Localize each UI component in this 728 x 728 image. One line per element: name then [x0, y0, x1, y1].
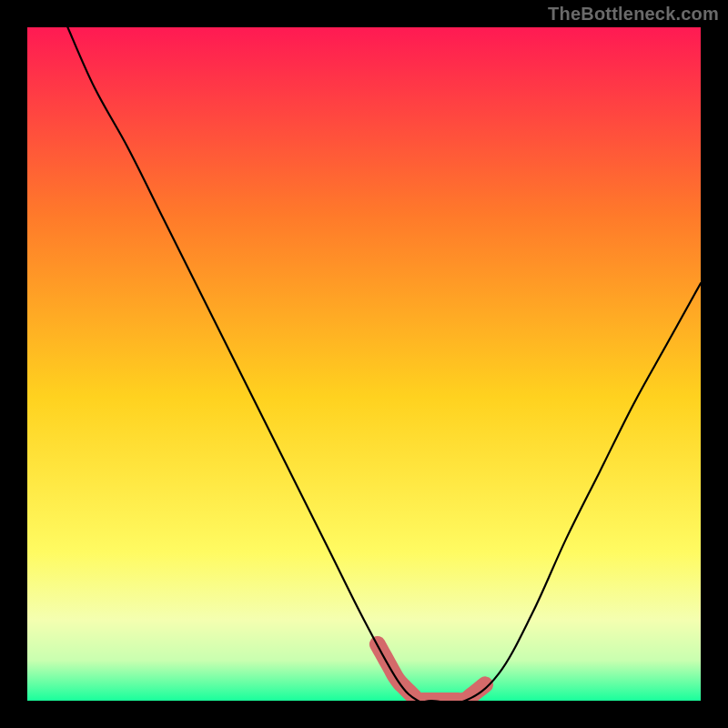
watermark-text: TheBottleneck.com [548, 4, 719, 25]
plot-svg [27, 27, 701, 701]
chart-stage: TheBottleneck.com [0, 0, 728, 728]
gradient-background [27, 27, 701, 701]
plot-area [27, 27, 701, 701]
